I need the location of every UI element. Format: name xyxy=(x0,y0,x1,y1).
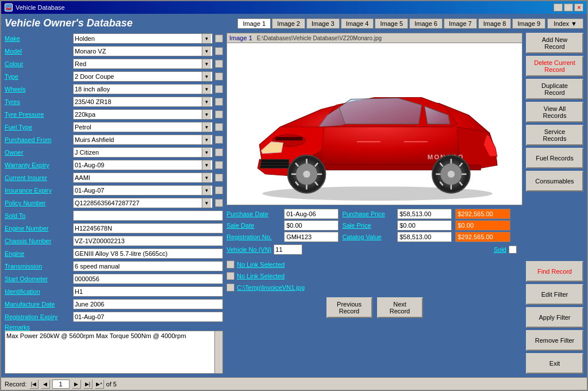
field-checkbox[interactable] xyxy=(215,136,223,144)
field-checkbox[interactable] xyxy=(215,199,223,207)
field-checkbox[interactable] xyxy=(215,174,223,182)
field-input-engine[interactable] xyxy=(75,250,221,257)
next-record-button[interactable]: NextRecord xyxy=(377,297,423,318)
dropdown-arrow-icon[interactable]: ▼ xyxy=(202,173,211,182)
field-input-manufacture-date[interactable] xyxy=(75,301,221,308)
index-button[interactable]: Index ▼ xyxy=(547,18,583,29)
field-label-engine-number[interactable]: Engine Number xyxy=(5,225,71,232)
field-label-manufacture-date[interactable]: Manufacture Date xyxy=(5,301,71,308)
link-checkbox-1[interactable] xyxy=(226,272,235,280)
right-btn-delete-current-record[interactable]: Delete CurrentRecord xyxy=(526,56,583,76)
field-input-owner[interactable] xyxy=(75,149,202,156)
dropdown-arrow-icon[interactable]: ▼ xyxy=(202,97,211,106)
field-value-purchased-from[interactable]: ▼ xyxy=(73,135,213,145)
sale-date-label[interactable]: Sale Date xyxy=(226,222,280,229)
field-input-insurance-expiry[interactable] xyxy=(75,187,202,194)
field-value-registration-expiry[interactable] xyxy=(73,312,223,322)
dropdown-arrow-icon[interactable]: ▼ xyxy=(202,34,211,43)
field-value-make[interactable]: ▼ xyxy=(73,33,213,44)
dropdown-arrow-icon[interactable]: ▼ xyxy=(202,72,211,81)
field-label-engine[interactable]: Engine xyxy=(5,250,71,257)
field-value-tyres[interactable]: ▼ xyxy=(73,97,213,107)
vehicle-no-input[interactable] xyxy=(274,244,302,255)
field-value-chassis-number[interactable] xyxy=(73,236,223,246)
right-btn-fuel-records[interactable]: Fuel Records xyxy=(526,148,583,168)
dropdown-arrow-icon[interactable]: ▼ xyxy=(202,47,211,56)
remarks-scrollbar[interactable] xyxy=(214,331,222,373)
image-tab-image9[interactable]: Image 9 xyxy=(512,18,545,29)
image-tab-image7[interactable]: Image 7 xyxy=(444,18,477,29)
link-checkbox-0[interactable] xyxy=(226,260,235,269)
field-input-wheels[interactable] xyxy=(75,86,202,93)
field-input-model[interactable] xyxy=(75,48,202,55)
image-tab-image4[interactable]: Image 4 xyxy=(341,18,374,29)
sold-label[interactable]: Sold xyxy=(494,246,506,253)
right-btn-find-record[interactable]: Find Record xyxy=(526,261,583,282)
field-checkbox[interactable] xyxy=(215,85,223,93)
remarks-text[interactable]: Max Power 260kW @ 5600rpm Max Torque 500… xyxy=(5,331,223,374)
field-input-engine-number[interactable] xyxy=(75,225,221,232)
link-text-0[interactable]: No Link Selected xyxy=(237,261,285,268)
next-record-nav-button[interactable]: ▶ xyxy=(72,379,81,389)
dropdown-arrow-icon[interactable]: ▼ xyxy=(202,135,211,144)
field-value-colour[interactable]: ▼ xyxy=(73,59,213,69)
image-tab-image6[interactable]: Image 6 xyxy=(409,18,443,29)
field-input-start-odometer[interactable] xyxy=(75,275,221,282)
field-label-policy-number[interactable]: Policy Number xyxy=(5,200,71,206)
field-value-sold-to[interactable] xyxy=(73,210,223,221)
field-input-policy-number[interactable] xyxy=(75,200,202,206)
remarks-label[interactable]: Remarks xyxy=(5,324,223,331)
link-checkbox-2[interactable] xyxy=(226,283,235,292)
purchase-price-label[interactable]: Purchase Price xyxy=(342,210,394,217)
field-checkbox[interactable] xyxy=(215,98,223,106)
maximize-button[interactable]: □ xyxy=(564,3,573,12)
field-value-current-insurer[interactable]: ▼ xyxy=(73,172,213,183)
field-value-owner[interactable]: ▼ xyxy=(73,147,213,158)
image-tab-image5[interactable]: Image 5 xyxy=(375,18,408,29)
field-checkbox[interactable] xyxy=(215,148,223,156)
field-checkbox[interactable] xyxy=(215,161,223,169)
sold-checkbox[interactable] xyxy=(509,246,517,254)
field-checkbox[interactable] xyxy=(215,60,223,68)
field-input-fuel-type[interactable] xyxy=(75,124,202,131)
field-label-tyres[interactable]: Tyres xyxy=(5,98,71,105)
field-value-warranty-expiry[interactable]: ▼ xyxy=(73,160,213,170)
field-input-transmission[interactable] xyxy=(75,263,221,270)
field-label-fuel-type[interactable]: Fuel Type xyxy=(5,124,71,131)
field-value-insurance-expiry[interactable]: ▼ xyxy=(73,185,213,195)
dropdown-arrow-icon[interactable]: ▼ xyxy=(202,198,211,208)
right-btn-apply-filter[interactable]: Apply Filter xyxy=(526,307,583,328)
field-label-transmission[interactable]: Transmission xyxy=(5,263,71,270)
field-label-model[interactable]: Model xyxy=(5,48,71,55)
minimize-button[interactable]: _ xyxy=(554,3,563,12)
reg-no-label[interactable]: Registration No. xyxy=(226,233,280,240)
image-tab-image8[interactable]: Image 8 xyxy=(478,18,512,29)
image-tab-image1[interactable]: Image 1 xyxy=(237,18,271,29)
field-checkbox[interactable] xyxy=(215,47,223,55)
field-input-colour[interactable] xyxy=(75,60,202,67)
field-value-transmission[interactable] xyxy=(73,261,223,271)
field-value-fuel-type[interactable]: ▼ xyxy=(73,122,213,132)
field-value-policy-number[interactable]: ▼ xyxy=(73,198,213,208)
field-label-wheels[interactable]: Wheels xyxy=(5,86,71,93)
dropdown-arrow-icon[interactable]: ▼ xyxy=(202,122,211,132)
field-value-wheels[interactable]: ▼ xyxy=(73,84,213,94)
field-label-chassis-number[interactable]: Chassis Number xyxy=(5,237,71,244)
field-label-start-odometer[interactable]: Start Odometer xyxy=(5,275,71,282)
field-label-identification[interactable]: Identification xyxy=(5,288,71,295)
field-checkbox[interactable] xyxy=(215,123,223,131)
dropdown-arrow-icon[interactable]: ▼ xyxy=(202,85,211,94)
sale-price-label[interactable]: Sale Price xyxy=(342,222,394,229)
right-btn-service-records[interactable]: ServiceRecords xyxy=(526,125,583,145)
field-label-sold-to[interactable]: Sold To xyxy=(5,212,71,219)
field-label-type[interactable]: Type xyxy=(5,73,71,80)
new-record-nav-button[interactable]: ▶* xyxy=(95,379,104,389)
field-label-owner[interactable]: Owner xyxy=(5,149,71,156)
field-input-identification[interactable] xyxy=(75,288,221,295)
field-label-current-insurer[interactable]: Current Insurer xyxy=(5,174,71,181)
field-checkbox[interactable] xyxy=(215,34,223,43)
right-btn-view-all-records[interactable]: View AllRecords xyxy=(526,102,583,122)
field-label-tyre-pressure[interactable]: Tyre Pressure xyxy=(5,111,71,118)
field-value-manufacture-date[interactable] xyxy=(73,299,223,309)
image-tab-image2[interactable]: Image 2 xyxy=(272,18,305,29)
